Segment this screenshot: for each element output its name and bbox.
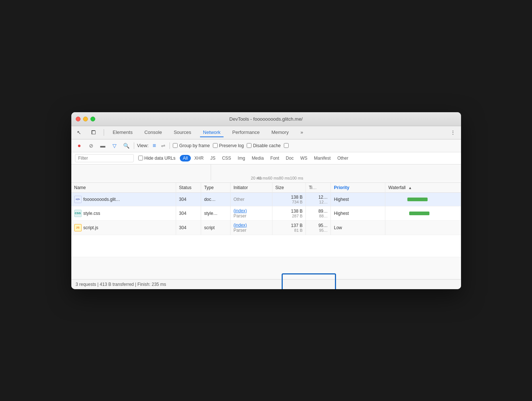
more-vert-icon: ⋮ [450,129,456,135]
tab-more[interactable]: » [297,128,306,137]
filter-tab-doc[interactable]: Doc [283,155,296,162]
preserve-log-checkbox[interactable] [213,143,218,148]
tab-performance[interactable]: Performance [229,128,263,137]
col-header-size[interactable]: Size [272,183,306,193]
network-separator-1 [134,142,134,149]
traffic-lights [76,117,95,121]
clear-button[interactable]: ⊘ [87,141,96,150]
filter-tab-css[interactable]: CSS [219,155,234,162]
row2-size: 138 B287 B [272,206,306,220]
row3-status: 304 [176,220,201,235]
filter-tab-xhr[interactable]: XHR [192,155,207,162]
record-button[interactable]: ● [75,141,84,150]
row1-priority: Highest [331,192,385,206]
row3-size-sub: 81 B [275,228,303,233]
status-bar: 3 requests | 413 B transferred | Finish:… [71,279,461,289]
disable-cache-checkbox[interactable] [247,143,251,148]
row1-initiator: Other [230,192,272,206]
row2-initiator-sub: Parser [233,213,246,219]
css-file-icon: CSS [74,210,82,217]
name-cell-1: </> foooooooods.glit… [71,192,176,206]
tab-network[interactable]: Network [200,128,224,137]
row2-time: 89…88… [306,206,331,220]
row3-initiator-sub: Parser [233,228,246,233]
hide-data-urls-group[interactable]: Hide data URLs [138,156,176,161]
network-table: Name Status Type Initiator Size Ti… Prio… [71,183,461,279]
filter-tab-manifest[interactable]: Manifest [311,155,333,162]
row2-waterfall [385,206,461,220]
row3-type: script [201,220,231,235]
camera-button[interactable]: ▬ [99,141,107,150]
row2-priority: Highest [331,206,385,220]
minimize-button[interactable] [83,117,88,121]
preserve-log-label[interactable]: Preserve log [213,143,244,148]
row3-size: 137 B81 B [272,220,306,235]
tab-memory[interactable]: Memory [268,128,292,137]
disable-cache-label[interactable]: Disable cache [247,143,281,148]
tab-console[interactable]: Console [142,128,165,137]
extra-checkbox[interactable] [284,143,289,148]
filter-tab-media[interactable]: Media [249,155,267,162]
col-header-time[interactable]: Ti… [306,183,331,193]
row3-priority: Low [331,220,385,235]
row2-type: style… [201,206,231,220]
row3-initiator-link[interactable]: (index) [233,223,247,228]
group-by-frame-text: Group by frame [179,143,210,148]
row1-status: 304 [176,192,201,206]
tree-view-icon[interactable]: ⇌ [160,142,167,149]
tab-sources[interactable]: Sources [171,128,194,137]
table-row[interactable]: CSS style.css 304 style… (index) Parser … [71,206,461,220]
row1-type: doc… [201,192,231,206]
maximize-button[interactable] [90,117,95,121]
group-by-frame-label[interactable]: Group by frame [173,143,210,148]
filter-tab-other[interactable]: Other [334,155,351,162]
row2-initiator-link[interactable]: (index) [233,208,247,213]
row1-size-sub: 734 B [275,200,303,204]
device-toggle-button[interactable]: ⧠ [89,128,98,136]
network-toolbar: ● ⊘ ▬ ▽ 🔍 View: ≡ ⇌ Group by frame Prese… [71,139,461,152]
col-header-name[interactable]: Name [71,183,176,193]
empty-row-2 [71,257,461,279]
row3-time-sub: 95… [309,228,328,233]
devtools-window: DevTools - foooooooods.glitch.me/ ↖ ⧠ El… [71,112,461,289]
search-button[interactable]: 🔍 [122,141,131,150]
filter-tab-img[interactable]: Img [235,155,248,162]
col-header-waterfall[interactable]: Waterfall ▲ [385,183,461,193]
filter-tab-all[interactable]: All [180,155,190,162]
tab-elements[interactable]: Elements [110,128,136,137]
list-view-icon[interactable]: ≡ [151,142,157,150]
table-row[interactable]: JS script.js 304 script (index) Parser 1… [71,220,461,235]
filter-tab-ws[interactable]: WS [297,155,310,162]
main-toolbar: ↖ ⧠ Elements Console Sources Network Per… [71,126,461,139]
search-icon: 🔍 [123,143,129,149]
table-row[interactable]: </> foooooooods.glit… 304 doc… Other 138… [71,192,461,206]
row2-name: style.css [83,211,100,216]
col-header-priority[interactable]: Priority [331,183,385,193]
timeline-markers: 20 ms 40 ms 60 ms 80 ms 100 ms [211,176,461,180]
group-by-frame-checkbox[interactable] [173,143,178,148]
filter-button[interactable]: ▽ [110,141,119,150]
record-icon: ● [78,142,81,149]
close-button[interactable] [76,117,81,121]
col-header-type[interactable]: Type [201,183,231,193]
row2-status: 304 [176,206,201,220]
filter-tab-font[interactable]: Font [267,155,282,162]
cursor-tool-button[interactable]: ↖ [75,128,83,136]
row3-name: script.js [83,225,99,230]
filter-input[interactable] [75,154,134,162]
name-cell-2: CSS style.css [71,206,176,220]
more-options-button[interactable]: ⋮ [449,128,457,136]
view-label: View: [137,143,149,148]
table-header: Name Status Type Initiator Size Ti… Prio… [71,183,461,193]
clear-icon: ⊘ [89,143,93,149]
filter-tab-js[interactable]: JS [207,155,218,162]
table-body: </> foooooooods.glit… 304 doc… Other 138… [71,192,461,279]
status-text: 3 requests | 413 B transferred | Finish:… [76,282,166,287]
col-header-initiator[interactable]: Initiator [230,183,272,193]
col-header-status[interactable]: Status [176,183,201,193]
timeline-header: 20 ms 40 ms 60 ms 80 ms 100 ms [71,164,461,183]
filter-bar: Hide data URLs All XHR JS CSS Img Media … [71,152,461,164]
extra-checkbox-label[interactable] [284,143,289,148]
empty-row [71,235,461,257]
hide-data-urls-checkbox[interactable] [138,156,143,160]
